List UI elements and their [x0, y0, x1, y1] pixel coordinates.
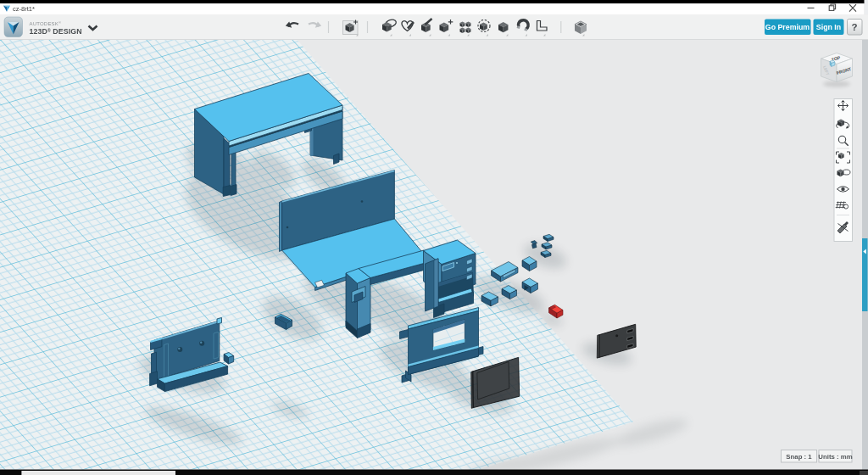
svg-text:123D® DESIGN: 123D® DESIGN [30, 27, 82, 36]
svg-text:AUTODESK®: AUTODESK® [30, 20, 62, 26]
svg-text:Units : mm: Units : mm [818, 453, 852, 461]
svg-text:cz-8rt1*: cz-8rt1* [13, 5, 35, 13]
svg-text:Sign In: Sign In [816, 23, 841, 31]
svg-text:?: ? [851, 22, 857, 32]
svg-text:Go Premium: Go Premium [765, 23, 810, 31]
svg-text:Snap : 1: Snap : 1 [786, 453, 812, 461]
